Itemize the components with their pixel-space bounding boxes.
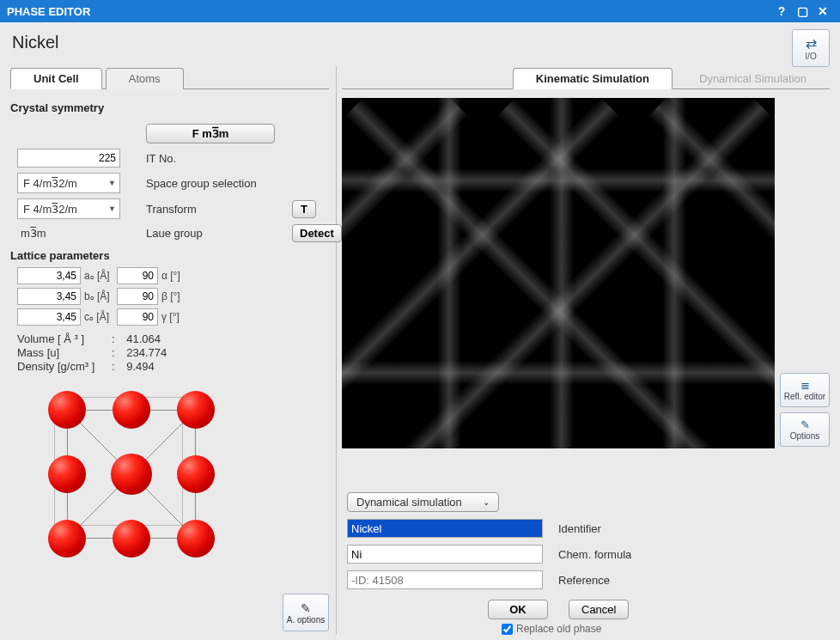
b-unit: bₒ [Å] (84, 290, 113, 302)
chem-formula-input[interactable] (347, 545, 543, 564)
it-no-label: IT No. (146, 152, 275, 165)
crystal-symmetry-label: Crystal symmetry (10, 101, 104, 114)
chevron-down-icon: ⌄ (483, 497, 490, 507)
close-icon[interactable]: ✕ (813, 4, 833, 18)
beta-input[interactable] (117, 288, 158, 305)
reference-input[interactable] (347, 570, 543, 589)
space-group-selection-label: Space group selection (146, 177, 275, 190)
chevron-down-icon: ▼ (108, 179, 116, 187)
ok-button[interactable]: OK (488, 600, 548, 619)
title-bar: PHASE EDITOR ? ▢ ✕ (0, 0, 840, 22)
window-title: PHASE EDITOR (7, 5, 90, 18)
it-no-input[interactable] (17, 149, 120, 168)
gear-icon: ✎ (800, 418, 810, 431)
tab-dynamical: Dynamical Simulation (676, 68, 830, 89)
tab-kinematic[interactable]: Kinematic Simulation (513, 68, 673, 89)
minimize-icon[interactable]: ▢ (792, 4, 813, 18)
volume-label: Volume [ Å ³ ] (17, 332, 112, 345)
tab-atoms[interactable]: Atoms (106, 68, 184, 89)
mass-value: 234.774 (126, 346, 167, 359)
mass-label: Mass [u] (17, 346, 112, 359)
volume-value: 41.064 (126, 332, 161, 345)
swap-icon: ⇄ (806, 35, 817, 52)
density-value: 9.494 (126, 360, 155, 373)
lattice-params-label: Lattice parameters (10, 249, 329, 262)
c-input[interactable] (17, 308, 81, 326)
transform-button[interactable]: T (292, 200, 316, 218)
transform-label: Transform (146, 203, 275, 216)
identifier-label: Identifier (558, 522, 601, 535)
refl-editor-button[interactable]: ≣ Refl. editor (780, 373, 830, 407)
c-unit: cₒ [Å] (84, 311, 113, 323)
beta-unit: β [°] (161, 290, 186, 302)
laue-value: m3̅m (17, 227, 129, 240)
a-input[interactable] (17, 267, 81, 284)
chem-formula-label: Chem. formula (558, 548, 631, 561)
atom-options-button[interactable]: ✎ A. options (283, 594, 329, 631)
alpha-unit: α [°] (161, 270, 186, 282)
alpha-input[interactable] (117, 267, 158, 284)
left-tabs: Unit Cell Atoms (10, 67, 329, 89)
io-button[interactable]: ⇄ I/O (792, 29, 830, 67)
identifier-input[interactable] (347, 519, 543, 538)
transform-select[interactable]: F 4/m3̅2/m▼ (17, 198, 120, 219)
simulation-canvas[interactable] (342, 98, 775, 448)
reference-label: Reference (558, 574, 610, 587)
replace-old-phase-label: Replace old phase (516, 623, 601, 635)
tab-unit-cell[interactable]: Unit Cell (10, 68, 102, 89)
density-label: Density [g/cm³ ] (17, 360, 112, 373)
gamma-unit: γ [°] (161, 311, 186, 323)
cancel-button[interactable]: Cancel (569, 600, 629, 619)
phase-name: Nickel (10, 29, 792, 59)
unit-cell-3d-view[interactable] (43, 386, 232, 575)
gamma-input[interactable] (117, 308, 158, 326)
dynamical-simulation-dropdown[interactable]: Dynamical simulation ⌄ (347, 492, 499, 512)
b-input[interactable] (17, 288, 81, 305)
help-icon[interactable]: ? (771, 4, 792, 18)
list-icon: ≣ (800, 379, 810, 392)
a-unit: aₒ [Å] (84, 270, 113, 282)
options-icon: ✎ (301, 601, 311, 615)
right-tabs: Kinematic Simulation Dynamical Simulatio… (342, 67, 830, 89)
laue-label: Laue group (146, 227, 275, 240)
replace-old-phase-checkbox[interactable] (502, 624, 513, 635)
options-button[interactable]: ✎ Options (780, 412, 830, 447)
space-group-select[interactable]: F 4/m3̅2/m▼ (17, 173, 120, 193)
detect-button[interactable]: Detect (292, 224, 342, 242)
space-group-button[interactable]: F m3̅m (146, 124, 275, 143)
chevron-down-icon: ▼ (108, 204, 116, 213)
